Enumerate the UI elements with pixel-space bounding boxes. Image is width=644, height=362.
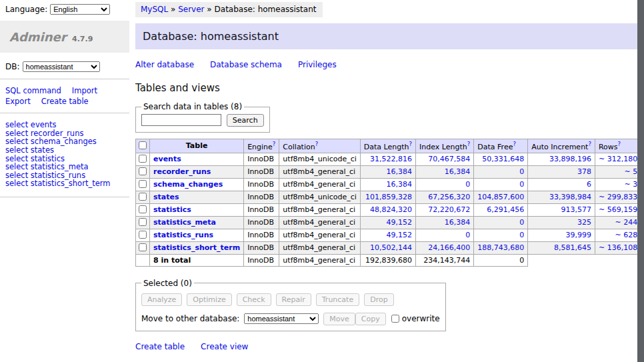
row-checkbox-recorder-runs[interactable] [139, 167, 147, 175]
sidebar-item-select-statistics-short-term[interactable]: select statistics_short_term [5, 179, 124, 188]
column-help-link[interactable]: ? [588, 141, 591, 147]
sidebar-divider [0, 197, 129, 197]
row-checkbox-schema-changes[interactable] [139, 180, 147, 188]
table-link-statistics[interactable]: statistics [153, 205, 191, 214]
table-row-recorder-runs: recorder_runsInnoDButf8mb4_general_ci16,… [136, 165, 644, 178]
overwrite-option[interactable]: overwrite [391, 314, 440, 323]
row-checkbox-statistics-short-term[interactable] [139, 243, 147, 251]
data-free-link[interactable]: 0 [519, 231, 524, 239]
sidebar-item-export[interactable]: Export [5, 97, 31, 106]
data-length-link[interactable]: 49,152 [387, 218, 413, 227]
data-free-link[interactable]: 0 [519, 218, 524, 227]
sidebar-item-import[interactable]: Import [72, 86, 97, 95]
data-free-link[interactable]: 50,331,648 [482, 155, 524, 163]
sidebar-item-create-table[interactable]: Create table [41, 97, 89, 106]
analyze-button[interactable]: Analyze [141, 293, 182, 306]
vertical-scrollbar[interactable] [637, 0, 644, 362]
data-free-link[interactable]: 188,743,680 [477, 243, 524, 252]
move-db-select[interactable]: homeassistant [244, 313, 319, 324]
data-length-link[interactable]: 16,384 [387, 167, 413, 176]
data-length-link[interactable]: 101,859,328 [365, 193, 412, 201]
row-checkbox-statistics-runs[interactable] [139, 231, 147, 239]
sidebar-item-select-statistics-meta[interactable]: select statistics_meta [5, 163, 124, 171]
index-length-link[interactable]: 0 [465, 180, 470, 189]
link-create-view[interactable]: Create view [201, 342, 248, 351]
link-privileges[interactable]: Privileges [298, 60, 337, 69]
rows-link[interactable]: ~ 312,180 [599, 155, 637, 163]
index-length-link[interactable]: 72,220,672 [428, 205, 470, 214]
index-length-link[interactable]: 24,166,400 [428, 243, 470, 252]
column-help-link[interactable]: ? [467, 141, 471, 147]
cell-collation: utf8mb4_general_ci [279, 241, 360, 254]
column-help-link[interactable]: ? [409, 141, 413, 147]
data-length-link[interactable]: 48,824,320 [370, 205, 412, 214]
db-select[interactable]: homeassistant [23, 61, 100, 72]
data-length-link[interactable]: 49,152 [387, 231, 413, 239]
rows-link[interactable]: ~ 136,108 [599, 243, 637, 252]
language-select[interactable]: English [50, 4, 110, 15]
auto-increment-link[interactable]: 33,398,984 [549, 193, 591, 201]
data-free-link[interactable]: 6,291,456 [487, 205, 524, 214]
rows-link[interactable]: ~ 244 [615, 218, 637, 227]
rows-link[interactable]: ~ 628 [615, 231, 637, 239]
index-length-link[interactable]: 70,467,584 [428, 155, 470, 163]
data-length-link[interactable]: 10,502,144 [370, 243, 412, 252]
repair-button[interactable]: Repair [276, 293, 311, 306]
link-create-table[interactable]: Create table [135, 342, 185, 351]
column-help-link[interactable]: ? [513, 141, 516, 147]
auto-increment-link[interactable]: 39,999 [565, 231, 591, 239]
row-checkbox-statistics-meta[interactable] [139, 218, 147, 226]
column-help-link[interactable]: ? [618, 141, 621, 147]
data-free-link[interactable]: 0 [519, 167, 524, 176]
select-all-checkbox[interactable] [139, 141, 147, 149]
data-free-link[interactable]: 104,857,600 [477, 193, 524, 201]
rows-link[interactable]: ~ 5 [624, 167, 637, 176]
sidebar-item-sql-command[interactable]: SQL command [5, 86, 61, 95]
row-checkbox-statistics[interactable] [139, 205, 147, 213]
table-link-statistics-runs[interactable]: statistics_runs [153, 231, 213, 239]
table-link-states[interactable]: states [153, 193, 179, 201]
auto-increment-link[interactable]: 33,898,196 [549, 155, 591, 163]
index-length-link[interactable]: 16,384 [445, 167, 471, 176]
data-length-link[interactable]: 31,522,816 [370, 155, 412, 163]
index-length-link[interactable]: 16,384 [445, 218, 471, 227]
rows-link[interactable]: ~ 299,833 [599, 193, 637, 201]
overwrite-checkbox[interactable] [391, 315, 399, 323]
search-button[interactable]: Search [227, 114, 264, 127]
breadcrumb-link-server[interactable]: Server [178, 5, 204, 14]
database-actions: Alter databaseDatabase schemaPrivileges [135, 60, 644, 69]
copy-button[interactable]: Copy [355, 313, 386, 325]
table-link-statistics-meta[interactable]: statistics_meta [153, 218, 216, 227]
move-button[interactable]: Move [323, 313, 355, 325]
index-length-link[interactable]: 67,256,320 [428, 193, 470, 201]
optimize-button[interactable]: Optimize [187, 293, 231, 306]
index-length-link[interactable]: 0 [465, 231, 470, 239]
data-free-link[interactable]: 0 [519, 180, 524, 189]
auto-increment-link[interactable]: 325 [577, 218, 591, 227]
move-row: Move to other database: homeassistant Mo… [141, 313, 440, 325]
table-link-recorder-runs[interactable]: recorder_runs [153, 167, 211, 176]
row-checkbox-states[interactable] [139, 193, 147, 201]
auto-increment-link[interactable]: 378 [577, 167, 591, 176]
search-input[interactable] [141, 114, 221, 126]
auto-increment-link[interactable]: 8,581,645 [554, 243, 591, 252]
row-checkbox-events[interactable] [139, 155, 147, 163]
table-link-schema-changes[interactable]: schema_changes [153, 180, 223, 189]
breadcrumb-link-mysql[interactable]: MySQL [141, 5, 168, 14]
table-link-statistics-short-term[interactable]: statistics_short_term [153, 243, 240, 252]
drop-button[interactable]: Drop [364, 293, 393, 306]
truncate-button[interactable]: Truncate [316, 293, 359, 306]
column-help-link[interactable]: ? [315, 141, 319, 147]
table-link-events[interactable]: events [153, 155, 181, 163]
column-help-link[interactable]: ? [273, 141, 276, 147]
link-alter-database[interactable]: Alter database [135, 60, 194, 69]
rows-link[interactable]: ~ 569,159 [599, 205, 637, 214]
check-button[interactable]: Check [237, 293, 271, 306]
sidebar-item-select-states[interactable]: select states [5, 146, 124, 155]
sidebar-item-select-events[interactable]: select events [5, 121, 124, 129]
auto-increment-link[interactable]: 6 [587, 180, 591, 189]
rows-link[interactable]: ~ 3 [624, 180, 637, 189]
data-length-link[interactable]: 16,384 [387, 180, 413, 189]
auto-increment-link[interactable]: 913,577 [561, 205, 591, 214]
link-database-schema[interactable]: Database schema [210, 60, 282, 69]
